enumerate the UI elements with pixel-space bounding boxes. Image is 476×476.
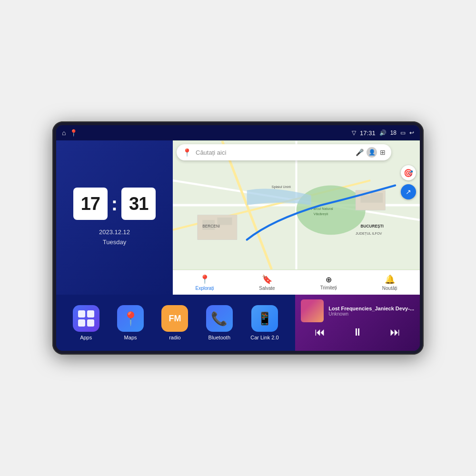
clock-panel: 17 : 31 2023.12.12 Tuesday [56, 140, 173, 295]
maps-icon-item[interactable]: 📍 Maps [117, 305, 144, 340]
map-area[interactable]: Splaiul Unirii BUCUREȘTI JUDEȚUL ILFOV B… [173, 140, 420, 270]
music-text: Lost Frequencies_Janieck Devy-... Unknow… [328, 306, 414, 317]
svg-text:BERCENI: BERCENI [202, 224, 220, 228]
carlink-icon-item[interactable]: 📱 Car Link 2.0 [250, 305, 278, 340]
maps-label: Maps [124, 335, 137, 340]
google-maps-icon: 📍 [182, 148, 192, 157]
carlink-label: Car Link 2.0 [250, 335, 278, 340]
radio-label: radio [169, 335, 180, 340]
send-icon: ⊕ [326, 275, 332, 284]
radio-icon-item[interactable]: FM radio [161, 305, 188, 340]
apps-icon [73, 305, 99, 332]
music-title: Lost Frequencies_Janieck Devy-... [328, 306, 414, 311]
layer-icon[interactable]: ⊞ [380, 149, 386, 156]
send-label: Trimiteți [320, 285, 337, 290]
location-btn[interactable]: 🎯 [401, 165, 416, 180]
day-string: Tuesday [99, 238, 130, 248]
music-controls: ⏮ ⏸ ⏭ [301, 326, 414, 338]
clock-display: 17 : 31 [73, 188, 156, 220]
explore-label: Explorați [195, 286, 214, 291]
play-pause-button[interactable]: ⏸ [352, 326, 363, 338]
apps-label: Apps [80, 335, 92, 340]
map-nav-bar: 📍 Explorați 🔖 Salvate ⊕ Trimiteți 🔔 Nout… [173, 270, 420, 295]
navigate-btn[interactable]: ↗ [401, 184, 416, 199]
radio-icon: FM [161, 305, 188, 332]
map-nav-news[interactable]: 🔔 Noutăți [382, 274, 397, 291]
voice-search-icon[interactable]: 🎤 [356, 149, 364, 156]
map-nav-explore[interactable]: 📍 Explorați [195, 274, 214, 291]
clock-colon: : [111, 194, 118, 213]
battery-icon: ▭ [400, 129, 406, 136]
svg-rect-11 [360, 195, 370, 203]
home-icon[interactable]: ⌂ [62, 129, 66, 137]
back-icon[interactable]: ↩ [409, 129, 414, 136]
svg-rect-12 [370, 193, 383, 203]
explore-icon: 📍 [199, 274, 210, 285]
svg-text:BUCUREȘTI: BUCUREȘTI [360, 224, 383, 228]
date-display: 2023.12.12 Tuesday [99, 228, 130, 248]
next-button[interactable]: ⏭ [390, 326, 400, 338]
status-bar-left: ⌂ 📍 [62, 129, 78, 137]
album-art [301, 299, 324, 322]
bluetooth-icon-item[interactable]: 📞 Bluetooth [206, 305, 233, 340]
map-nav-send[interactable]: ⊕ Trimiteți [320, 275, 337, 290]
prev-button[interactable]: ⏮ [315, 326, 325, 338]
svg-text:Splaiul Unirii: Splaiul Unirii [272, 185, 291, 189]
news-icon: 🔔 [385, 274, 395, 285]
music-player: Lost Frequencies_Janieck Devy-... Unknow… [295, 295, 420, 351]
saved-icon: 🔖 [262, 274, 272, 285]
clock-hours: 17 [73, 188, 108, 220]
status-bar-right: ▽ 17:31 🔊 18 ▭ ↩ [352, 129, 414, 137]
music-thumbnail [301, 299, 324, 322]
map-panel: Splaiul Unirii BUCUREȘTI JUDEȚUL ILFOV B… [173, 140, 420, 295]
signal-icon: ▽ [352, 129, 356, 136]
maps-icon: 📍 [117, 305, 144, 332]
volume-icon: 🔊 [379, 129, 387, 136]
apps-icon-item[interactable]: Apps [73, 305, 99, 340]
svg-text:JUDEȚUL ILFOV: JUDEȚUL ILFOV [356, 231, 382, 236]
map-search-text: Căutați aici [196, 149, 352, 156]
carlink-icon: 📱 [251, 305, 278, 332]
music-artist: Unknown [328, 311, 414, 317]
news-label: Noutăți [382, 286, 397, 291]
clock-minutes: 31 [121, 188, 156, 220]
account-icon[interactable]: 👤 [367, 147, 377, 158]
saved-label: Salvate [259, 286, 275, 291]
app-icons-area: Apps 📍 Maps FM radio [56, 295, 295, 351]
device-frame: ⌂ 📍 ▽ 17:31 🔊 18 ▭ ↩ 17 : 31 [52, 121, 424, 355]
music-info: Lost Frequencies_Janieck Devy-... Unknow… [301, 299, 414, 322]
map-search-bar[interactable]: 📍 Căutați aici 🎤 👤 ⊞ [177, 144, 391, 160]
device-screen: ⌂ 📍 ▽ 17:31 🔊 18 ▭ ↩ 17 : 31 [56, 125, 420, 351]
map-search-icons: 🎤 👤 ⊞ [356, 147, 386, 158]
volume-level: 18 [390, 129, 397, 136]
map-controls: 🎯 ↗ [401, 144, 416, 199]
status-bar: ⌂ 📍 ▽ 17:31 🔊 18 ▭ ↩ [56, 125, 420, 140]
svg-text:Văcărești: Văcărești [314, 212, 328, 216]
date-string: 2023.12.12 [99, 228, 130, 238]
bluetooth-label: Bluetooth [208, 335, 230, 340]
bottom-row: Apps 📍 Maps FM radio [56, 295, 420, 351]
main-content: 17 : 31 2023.12.12 Tuesday [56, 140, 420, 295]
status-time: 17:31 [360, 129, 376, 137]
map-nav-saved[interactable]: 🔖 Salvate [259, 274, 275, 291]
map-pin-icon[interactable]: 📍 [69, 129, 78, 137]
bluetooth-icon: 📞 [206, 305, 233, 332]
